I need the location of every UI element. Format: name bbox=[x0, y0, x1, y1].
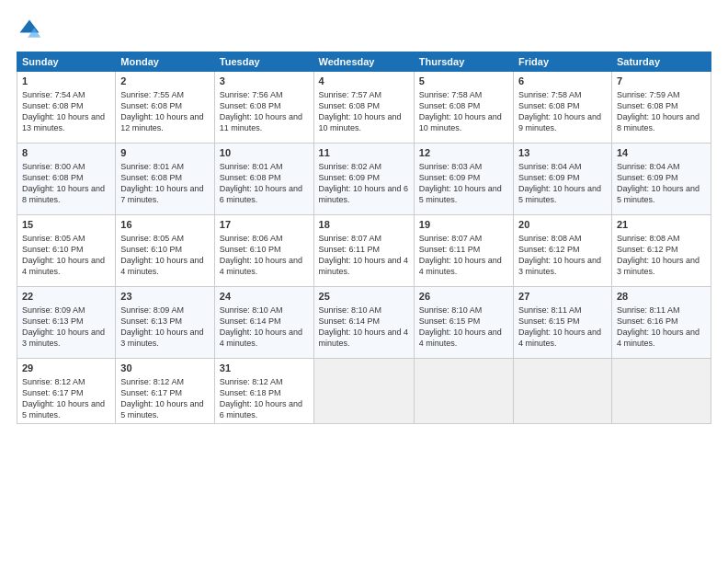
logo-icon bbox=[17, 17, 42, 42]
day-info: Sunrise: 8:09 AM bbox=[120, 304, 210, 316]
day-info: Sunset: 6:12 PM bbox=[617, 244, 706, 255]
day-info: Sunrise: 7:58 AM bbox=[518, 89, 607, 100]
calendar-cell: 14Sunrise: 8:04 AMSunset: 6:09 PMDayligh… bbox=[611, 144, 711, 215]
day-info: Sunset: 6:08 PM bbox=[120, 100, 210, 111]
day-info: Daylight: 10 hours and 3 minutes. bbox=[22, 327, 110, 349]
day-info: Sunrise: 8:05 AM bbox=[120, 233, 210, 244]
page: SundayMondayTuesdayWednesdayThursdayFrid… bbox=[0, 0, 728, 563]
day-number: 17 bbox=[220, 218, 309, 232]
day-info: Daylight: 10 hours and 4 minutes. bbox=[617, 327, 706, 349]
day-info: Sunrise: 8:04 AM bbox=[617, 161, 706, 172]
calendar-cell: 28Sunrise: 8:11 AMSunset: 6:16 PMDayligh… bbox=[611, 287, 711, 359]
day-info: Sunrise: 8:10 AM bbox=[319, 304, 409, 316]
day-number: 11 bbox=[319, 146, 409, 160]
day-info: Daylight: 10 hours and 10 minutes. bbox=[419, 111, 508, 133]
calendar-cell: 26Sunrise: 8:10 AMSunset: 6:15 PMDayligh… bbox=[414, 287, 513, 359]
day-info: Daylight: 10 hours and 12 minutes. bbox=[120, 111, 210, 133]
calendar-cell: 23Sunrise: 8:09 AMSunset: 6:13 PMDayligh… bbox=[116, 287, 215, 359]
calendar-cell: 27Sunrise: 8:11 AMSunset: 6:15 PMDayligh… bbox=[514, 287, 612, 359]
day-number: 6 bbox=[518, 75, 607, 88]
calendar-cell: 17Sunrise: 8:06 AMSunset: 6:10 PMDayligh… bbox=[214, 215, 313, 287]
day-info: Daylight: 10 hours and 9 minutes. bbox=[518, 111, 607, 133]
day-info: Sunset: 6:09 PM bbox=[319, 172, 409, 183]
day-info: Sunrise: 8:04 AM bbox=[518, 161, 607, 172]
calendar-cell: 13Sunrise: 8:04 AMSunset: 6:09 PMDayligh… bbox=[514, 144, 612, 215]
logo bbox=[17, 17, 46, 42]
day-number: 27 bbox=[518, 290, 607, 304]
day-info: Sunrise: 8:10 AM bbox=[419, 304, 508, 316]
day-info: Daylight: 10 hours and 3 minutes. bbox=[617, 255, 706, 277]
day-info: Sunrise: 8:11 AM bbox=[617, 304, 706, 316]
day-number: 25 bbox=[319, 290, 409, 304]
day-header-sunday: Sunday bbox=[17, 52, 116, 72]
day-info: Sunset: 6:08 PM bbox=[617, 100, 706, 111]
day-info: Daylight: 10 hours and 4 minutes. bbox=[220, 255, 309, 277]
calendar-table: SundayMondayTuesdayWednesdayThursdayFrid… bbox=[17, 52, 711, 424]
day-info: Sunrise: 8:07 AM bbox=[419, 233, 508, 244]
calendar-cell: 7Sunrise: 7:59 AMSunset: 6:08 PMDaylight… bbox=[611, 72, 711, 144]
day-number: 14 bbox=[617, 146, 706, 160]
day-info: Sunset: 6:17 PM bbox=[120, 387, 210, 398]
day-number: 20 bbox=[518, 218, 607, 232]
day-info: Sunset: 6:12 PM bbox=[518, 244, 607, 255]
calendar-cell: 21Sunrise: 8:08 AMSunset: 6:12 PMDayligh… bbox=[611, 215, 711, 287]
day-info: Sunrise: 7:59 AM bbox=[617, 89, 706, 100]
day-info: Sunrise: 8:00 AM bbox=[22, 161, 110, 172]
day-info: Sunrise: 8:11 AM bbox=[518, 304, 607, 316]
day-info: Daylight: 10 hours and 4 minutes. bbox=[120, 255, 210, 277]
day-info: Sunset: 6:17 PM bbox=[22, 387, 110, 398]
day-info: Sunrise: 8:08 AM bbox=[518, 233, 607, 244]
day-info: Sunrise: 7:56 AM bbox=[220, 89, 309, 100]
day-info: Daylight: 10 hours and 6 minutes. bbox=[319, 183, 409, 205]
day-info: Sunset: 6:09 PM bbox=[419, 172, 508, 183]
calendar-cell: 2Sunrise: 7:55 AMSunset: 6:08 PMDaylight… bbox=[116, 72, 215, 144]
day-info: Daylight: 10 hours and 4 minutes. bbox=[220, 327, 309, 349]
calendar-cell bbox=[611, 359, 711, 424]
calendar-cell: 4Sunrise: 7:57 AMSunset: 6:08 PMDaylight… bbox=[313, 72, 414, 144]
day-number: 3 bbox=[220, 75, 309, 88]
day-info: Sunset: 6:10 PM bbox=[120, 244, 210, 255]
day-info: Sunset: 6:09 PM bbox=[518, 172, 607, 183]
day-info: Sunrise: 8:01 AM bbox=[120, 161, 210, 172]
calendar-cell bbox=[514, 359, 612, 424]
calendar-cell bbox=[414, 359, 513, 424]
calendar-cell: 6Sunrise: 7:58 AMSunset: 6:08 PMDaylight… bbox=[514, 72, 612, 144]
day-number: 16 bbox=[120, 218, 210, 232]
calendar-cell: 10Sunrise: 8:01 AMSunset: 6:08 PMDayligh… bbox=[214, 144, 313, 215]
day-number: 15 bbox=[22, 218, 110, 232]
calendar-cell: 20Sunrise: 8:08 AMSunset: 6:12 PMDayligh… bbox=[514, 215, 612, 287]
day-number: 30 bbox=[120, 362, 210, 375]
day-number: 18 bbox=[319, 218, 409, 232]
calendar-cell: 3Sunrise: 7:56 AMSunset: 6:08 PMDaylight… bbox=[214, 72, 313, 144]
day-number: 8 bbox=[22, 146, 110, 160]
calendar-cell: 31Sunrise: 8:12 AMSunset: 6:18 PMDayligh… bbox=[214, 359, 313, 424]
day-info: Sunrise: 7:58 AM bbox=[419, 89, 508, 100]
day-number: 31 bbox=[220, 362, 309, 375]
day-header-saturday: Saturday bbox=[611, 52, 711, 72]
day-header-wednesday: Wednesday bbox=[313, 52, 414, 72]
day-info: Daylight: 10 hours and 8 minutes. bbox=[617, 111, 706, 133]
day-info: Sunrise: 8:07 AM bbox=[319, 233, 409, 244]
day-header-thursday: Thursday bbox=[414, 52, 513, 72]
day-info: Sunrise: 7:55 AM bbox=[120, 89, 210, 100]
day-header-tuesday: Tuesday bbox=[214, 52, 313, 72]
day-info: Sunrise: 8:12 AM bbox=[22, 376, 110, 387]
day-info: Daylight: 10 hours and 10 minutes. bbox=[319, 111, 409, 133]
day-info: Daylight: 10 hours and 3 minutes. bbox=[120, 327, 210, 349]
day-number: 29 bbox=[22, 362, 110, 375]
calendar-cell: 5Sunrise: 7:58 AMSunset: 6:08 PMDaylight… bbox=[414, 72, 513, 144]
day-info: Sunset: 6:15 PM bbox=[419, 316, 508, 327]
day-info: Sunset: 6:11 PM bbox=[419, 244, 508, 255]
day-info: Sunrise: 7:54 AM bbox=[22, 89, 110, 100]
day-info: Sunrise: 8:10 AM bbox=[220, 304, 309, 316]
calendar-cell: 25Sunrise: 8:10 AMSunset: 6:14 PMDayligh… bbox=[313, 287, 414, 359]
day-info: Sunrise: 8:05 AM bbox=[22, 233, 110, 244]
day-number: 10 bbox=[220, 146, 309, 160]
calendar-cell: 8Sunrise: 8:00 AMSunset: 6:08 PMDaylight… bbox=[17, 144, 116, 215]
day-info: Sunset: 6:08 PM bbox=[120, 172, 210, 183]
day-info: Daylight: 10 hours and 4 minutes. bbox=[22, 255, 110, 277]
day-info: Sunset: 6:08 PM bbox=[220, 172, 309, 183]
calendar-cell: 22Sunrise: 8:09 AMSunset: 6:13 PMDayligh… bbox=[17, 287, 116, 359]
day-info: Sunset: 6:08 PM bbox=[419, 100, 508, 111]
day-info: Sunset: 6:18 PM bbox=[220, 387, 309, 398]
